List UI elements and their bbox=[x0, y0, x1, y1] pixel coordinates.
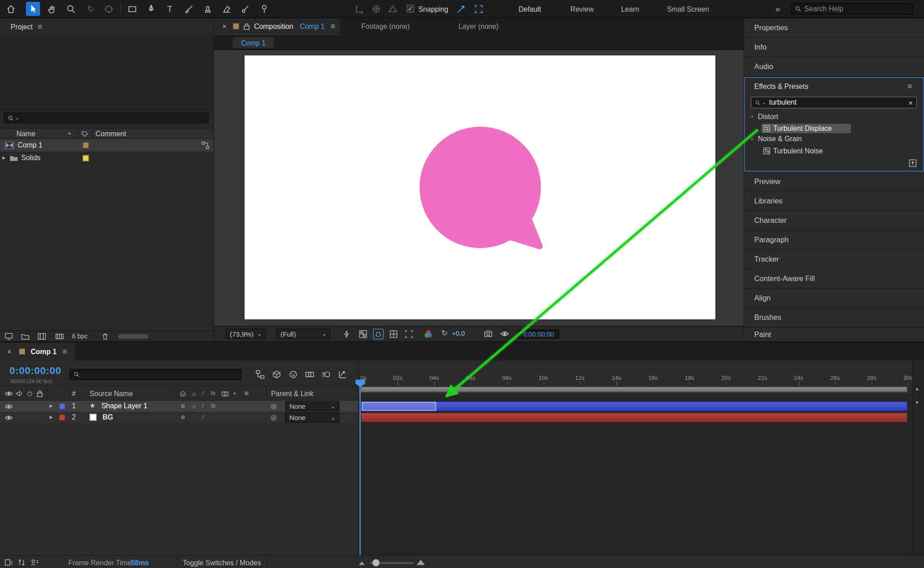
work-area-bar[interactable] bbox=[360, 387, 907, 393]
speech-bubble-shape[interactable] bbox=[245, 55, 716, 319]
effects-search-input[interactable] bbox=[769, 98, 906, 106]
frame-blending-icon[interactable] bbox=[305, 370, 314, 379]
current-timecode[interactable]: 0:00:00:00 bbox=[9, 365, 61, 377]
playhead-line[interactable] bbox=[360, 381, 361, 555]
magnification-dropdown[interactable]: (73,9%)⌄ bbox=[226, 329, 266, 339]
zoom-tool[interactable] bbox=[64, 2, 78, 16]
clear-search-icon[interactable]: × bbox=[908, 98, 913, 107]
parent-link-column-header[interactable]: Parent & Link bbox=[271, 389, 314, 397]
fx-switch[interactable]: fx bbox=[211, 402, 216, 409]
lock-icon[interactable] bbox=[243, 23, 249, 30]
new-composition-icon[interactable] bbox=[38, 333, 46, 340]
collapse-switch[interactable]: ⊕ bbox=[180, 414, 185, 420]
disclosure-caret-icon[interactable]: ▸ bbox=[2, 154, 5, 162]
search-options-caret[interactable]: ⌄ bbox=[762, 100, 766, 106]
color-depth-icon[interactable] bbox=[55, 333, 64, 340]
composition-flowchart-icon[interactable] bbox=[256, 370, 265, 379]
collapse-switch[interactable]: ⊕ bbox=[180, 402, 185, 409]
brush-tool[interactable] bbox=[181, 2, 195, 16]
channel-color-wheel-icon[interactable] bbox=[424, 329, 433, 339]
project-row-solids[interactable]: ▸ Solids bbox=[0, 152, 213, 164]
disclosure-caret-icon[interactable]: ▸ bbox=[50, 413, 53, 421]
panel-menu-icon[interactable]: ≡ bbox=[62, 347, 67, 356]
group-caret-icon[interactable]: ⌄ bbox=[749, 134, 754, 141]
timeline-zoom-slider-knob[interactable] bbox=[372, 559, 379, 567]
group-caret-icon[interactable]: ⌄ bbox=[749, 112, 754, 118]
graph-editor-icon[interactable] bbox=[338, 370, 347, 379]
effects-panel-title[interactable]: Effects & Presets bbox=[754, 83, 808, 91]
rotate-tool[interactable]: ↻ bbox=[83, 2, 97, 16]
name-column-header[interactable]: Name bbox=[17, 129, 36, 138]
guides-grid-icon[interactable] bbox=[389, 330, 397, 338]
camera-orbit-tool[interactable] bbox=[102, 2, 116, 16]
disclosure-caret-icon[interactable]: ▸ bbox=[50, 402, 53, 410]
zoom-in-mountain-icon[interactable] bbox=[416, 559, 425, 566]
composition-canvas[interactable] bbox=[245, 55, 716, 319]
new-folder-icon[interactable] bbox=[21, 333, 29, 340]
close-icon[interactable]: × bbox=[7, 347, 12, 356]
show-snapshot-icon[interactable] bbox=[500, 331, 509, 337]
quality-switch[interactable]: / bbox=[202, 414, 204, 420]
trash-icon[interactable] bbox=[102, 332, 109, 341]
workspace-small-screen[interactable]: Small Screen bbox=[667, 5, 709, 14]
mask-visibility-toggle[interactable] bbox=[373, 329, 384, 340]
project-row-comp[interactable]: Comp 1 bbox=[0, 139, 213, 151]
puppet-pin-tool[interactable] bbox=[257, 2, 271, 16]
tab-composition[interactable]: × Composition Comp 1 ≡ bbox=[214, 18, 340, 35]
label-color-swatch[interactable] bbox=[83, 142, 89, 148]
snap-to-edges-icon[interactable] bbox=[454, 2, 468, 16]
draft-3d-icon[interactable] bbox=[272, 370, 281, 379]
layer-row-shape-layer[interactable]: ▸ 1 ★ Shape Layer 1 ⊕ ☼ / fx ◎ None⌄ bbox=[0, 401, 358, 412]
panel-tab-info[interactable]: Info bbox=[744, 38, 924, 57]
selection-tool[interactable] bbox=[26, 2, 40, 16]
color-depth-label[interactable]: 8 bpc bbox=[72, 332, 88, 340]
panel-tab-libraries[interactable]: Libraries bbox=[744, 191, 924, 211]
expand-layer-switches-icon[interactable] bbox=[5, 559, 13, 566]
panel-tab-preview[interactable]: Preview bbox=[744, 172, 924, 191]
eraser-tool[interactable] bbox=[219, 2, 233, 16]
search-options-caret[interactable]: ⌄ bbox=[15, 115, 19, 121]
roto-brush-tool[interactable] bbox=[238, 2, 252, 16]
panel-tab-tracker[interactable]: Tracker bbox=[744, 250, 924, 269]
project-panel-menu-icon[interactable]: ≡ bbox=[38, 23, 42, 32]
horizontal-scrollbar[interactable] bbox=[118, 334, 148, 339]
panel-tab-content-aware-fill[interactable]: Content-Aware Fill bbox=[744, 269, 924, 289]
effect-item-turbulent-noise[interactable]: Turbulent Noise bbox=[762, 146, 851, 156]
expand-in-out-columns-icon[interactable] bbox=[31, 559, 39, 566]
timeline-search-input[interactable] bbox=[83, 370, 237, 379]
tab-layer[interactable]: Layer (none) bbox=[458, 23, 499, 31]
close-icon[interactable]: × bbox=[222, 22, 226, 31]
sun-switch[interactable]: ☼ bbox=[191, 402, 197, 410]
parent-dropdown[interactable]: None⌄ bbox=[285, 401, 339, 411]
eye-icon[interactable] bbox=[5, 404, 13, 410]
effects-group-noise-grain[interactable]: Noise & Grain bbox=[758, 135, 802, 143]
effects-group-distort[interactable]: Distort bbox=[758, 112, 778, 120]
region-of-interest-icon[interactable] bbox=[405, 330, 413, 338]
workspace-overflow-chevrons[interactable]: » bbox=[776, 4, 780, 14]
layer-name[interactable]: Shape Layer 1 bbox=[102, 402, 148, 410]
motion-blur-icon[interactable] bbox=[322, 370, 331, 379]
sort-ascending-icon[interactable]: ▲ bbox=[67, 130, 72, 136]
snapshot-camera-icon[interactable] bbox=[484, 329, 493, 337]
create-panel-icon[interactable] bbox=[909, 159, 917, 167]
clone-stamp-tool[interactable] bbox=[200, 2, 214, 16]
zoom-out-mountain-icon[interactable] bbox=[358, 560, 365, 566]
viewer-timecode-field[interactable]: 0:00:00:00 bbox=[518, 329, 559, 339]
snap-to-features-icon[interactable] bbox=[471, 2, 485, 16]
world-axis-mode-icon[interactable] bbox=[369, 2, 383, 16]
quality-switch[interactable]: / bbox=[202, 402, 204, 409]
hash-column-header[interactable]: # bbox=[72, 389, 76, 397]
home-icon[interactable] bbox=[4, 2, 18, 16]
source-name-column-header[interactable]: Source Name bbox=[90, 389, 133, 397]
panel-menu-icon[interactable]: ≡ bbox=[907, 82, 912, 91]
comp-breadcrumb-chip[interactable]: Comp 1 bbox=[233, 37, 274, 48]
local-axis-mode-icon[interactable] bbox=[352, 2, 366, 16]
transparency-grid-icon[interactable] bbox=[359, 330, 367, 338]
layer-name[interactable]: BG bbox=[102, 413, 113, 421]
tab-footage[interactable]: Footage (none) bbox=[361, 23, 410, 31]
layer-row-bg[interactable]: ▸ 2 BG ⊕ / ◎ None⌄ bbox=[0, 412, 358, 423]
shy-layers-icon[interactable] bbox=[289, 370, 298, 379]
scroll-down-icon[interactable]: ▾ bbox=[916, 400, 919, 406]
layer-color-swatch[interactable] bbox=[59, 403, 65, 409]
panel-tab-paint[interactable]: Paint bbox=[744, 328, 924, 341]
